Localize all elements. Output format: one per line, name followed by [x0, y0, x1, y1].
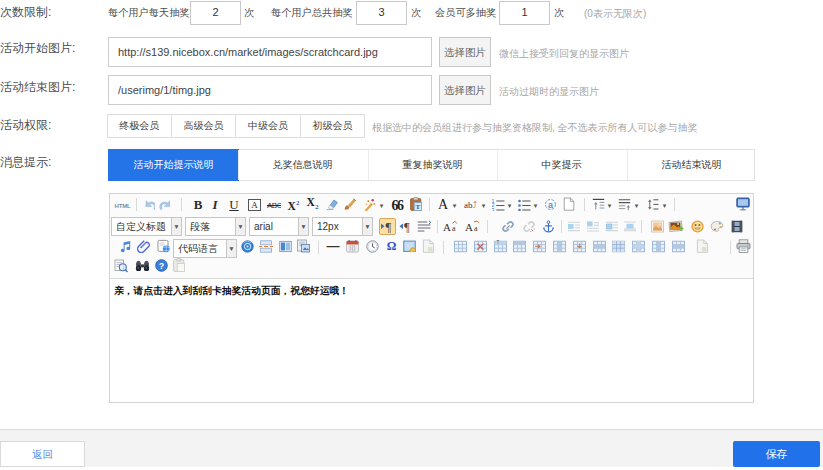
svg-text:A: A — [465, 221, 473, 233]
svg-text:a: a — [548, 200, 553, 210]
svg-text:T: T — [496, 240, 499, 245]
svg-text:a: a — [474, 224, 478, 233]
svg-text:T: T — [416, 203, 421, 211]
svg-text:a: a — [452, 224, 456, 233]
svg-text:¶: ¶ — [386, 220, 392, 233]
svg-text:3: 3 — [492, 207, 495, 211]
svg-text:A: A — [443, 221, 451, 233]
svg-text:¶: ¶ — [404, 220, 410, 233]
svg-text:?: ? — [159, 261, 165, 271]
